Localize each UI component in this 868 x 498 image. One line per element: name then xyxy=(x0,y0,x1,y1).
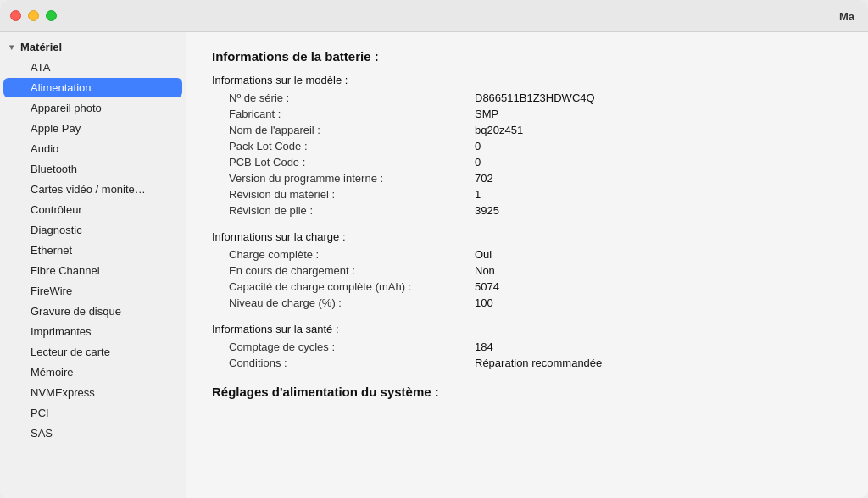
model-rows-container: Nº de série :D866511B1Z3HDWC4QFabricant … xyxy=(212,90,843,219)
sidebar-item-gravure-de-disque[interactable]: Gravure de disque xyxy=(3,302,182,321)
sidebar: ▾ Matériel ATAAlimentationAppareil photo… xyxy=(0,32,186,498)
info-row: En cours de chargement :Non xyxy=(212,263,843,279)
info-value: D866511B1Z3HDWC4Q xyxy=(475,91,595,104)
info-value: 0 xyxy=(475,140,481,152)
sidebar-items-container: ATAAlimentationAppareil photoApple PayAu… xyxy=(0,58,186,443)
info-row: Niveau de charge (%) :100 xyxy=(212,295,843,311)
content-area: ▾ Matériel ATAAlimentationAppareil photo… xyxy=(0,32,868,498)
sidebar-item-alimentation[interactable]: Alimentation xyxy=(3,78,182,97)
info-row: Comptage de cycles :184 xyxy=(212,339,843,355)
info-label: Révision du matériel : xyxy=(229,188,475,201)
sidebar-item-bluetooth[interactable]: Bluetooth xyxy=(3,159,182,179)
info-label: Niveau de charge (%) : xyxy=(229,296,475,309)
sidebar-item-cartes-video[interactable]: Cartes vidéo / monite… xyxy=(3,180,182,199)
info-row: Révision de pile :3925 xyxy=(212,202,843,219)
info-row: Nom de l'appareil :bq20z451 xyxy=(212,122,843,138)
sidebar-item-appareil-photo[interactable]: Appareil photo xyxy=(3,98,182,118)
sidebar-item-imprimantes[interactable]: Imprimantes xyxy=(3,322,182,341)
info-value: 3925 xyxy=(475,204,499,217)
close-button[interactable] xyxy=(10,10,21,21)
minimize-button[interactable] xyxy=(28,10,39,21)
sidebar-item-ata[interactable]: ATA xyxy=(3,58,182,77)
health-group-header: Informations sur la santé : xyxy=(212,323,843,335)
info-row: Capacité de charge complète (mAh) :5074 xyxy=(212,279,843,295)
info-label: Capacité de charge complète (mAh) : xyxy=(229,280,475,293)
info-label: Nom de l'appareil : xyxy=(229,124,475,136)
model-group-header: Informations sur le modèle : xyxy=(212,74,843,86)
sidebar-item-audio[interactable]: Audio xyxy=(3,139,182,158)
charge-info-block: Informations sur la charge : Charge comp… xyxy=(212,230,843,311)
sidebar-item-pci[interactable]: PCI xyxy=(3,403,182,423)
info-value: 0 xyxy=(475,156,481,169)
info-value: 1 xyxy=(475,188,481,201)
info-row: Révision du matériel :1 xyxy=(212,186,843,202)
sidebar-item-lecteur-de-carte[interactable]: Lecteur de carte xyxy=(3,342,182,362)
sidebar-item-firewire[interactable]: FireWire xyxy=(3,281,182,301)
info-label: Version du programme interne : xyxy=(229,172,475,185)
info-row: Charge complète :Oui xyxy=(212,246,843,263)
info-value: Non xyxy=(475,264,495,277)
info-value: 100 xyxy=(475,296,493,309)
window-title: Ma xyxy=(839,9,854,22)
info-label: Charge complète : xyxy=(229,248,475,261)
info-value: 184 xyxy=(475,340,493,353)
info-label: Révision de pile : xyxy=(229,204,475,217)
sidebar-item-controleur[interactable]: Contrôleur xyxy=(3,200,182,219)
model-info-block: Informations sur le modèle : Nº de série… xyxy=(212,74,843,219)
sidebar-item-memoire[interactable]: Mémoire xyxy=(3,362,182,382)
charge-group-header: Informations sur la charge : xyxy=(212,230,843,243)
info-value: 702 xyxy=(475,172,493,185)
info-label: PCB Lot Code : xyxy=(229,156,475,169)
maximize-button[interactable] xyxy=(46,10,57,21)
info-value: bq20z451 xyxy=(475,124,523,136)
info-label: Comptage de cycles : xyxy=(229,340,475,353)
sidebar-section-label: Matériel xyxy=(20,41,62,53)
health-rows-container: Comptage de cycles :184Conditions :Répar… xyxy=(212,339,843,371)
window: Ma ▾ Matériel ATAAlimentationAppareil ph… xyxy=(0,0,868,498)
info-row: Conditions :Réparation recommandée xyxy=(212,355,843,371)
info-value: SMP xyxy=(475,108,498,120)
power-settings-title: Réglages d'alimentation du système : xyxy=(212,385,843,399)
titlebar: Ma xyxy=(0,0,868,32)
health-info-block: Informations sur la santé : Comptage de … xyxy=(212,323,843,371)
info-row: Pack Lot Code :0 xyxy=(212,138,843,154)
sidebar-item-ethernet[interactable]: Ethernet xyxy=(3,241,182,260)
charge-rows-container: Charge complète :OuiEn cours de chargeme… xyxy=(212,246,843,311)
info-label: Fabricant : xyxy=(229,108,475,120)
info-label: Conditions : xyxy=(229,357,475,369)
info-label: En cours de chargement : xyxy=(229,264,475,277)
info-row: Version du programme interne :702 xyxy=(212,170,843,186)
info-value: Réparation recommandée xyxy=(475,357,602,369)
traffic-lights xyxy=(10,10,57,21)
chevron-down-icon: ▾ xyxy=(5,42,17,53)
info-row: PCB Lot Code :0 xyxy=(212,154,843,170)
info-label: Pack Lot Code : xyxy=(229,140,475,152)
main-content: Informations de la batterie : Informatio… xyxy=(186,32,868,498)
info-row: Fabricant :SMP xyxy=(212,106,843,122)
info-value: 5074 xyxy=(475,280,499,293)
sidebar-item-nvmexpress[interactable]: NVMExpress xyxy=(3,383,182,402)
sidebar-item-fibre-channel[interactable]: Fibre Channel xyxy=(3,261,182,280)
info-row: Nº de série :D866511B1Z3HDWC4Q xyxy=(212,90,843,106)
battery-info-title: Informations de la batterie : xyxy=(212,49,843,64)
info-value: Oui xyxy=(475,248,492,261)
sidebar-section-materiel[interactable]: ▾ Matériel xyxy=(0,37,186,57)
sidebar-item-sas[interactable]: SAS xyxy=(3,423,182,443)
info-label: Nº de série : xyxy=(229,91,475,104)
sidebar-item-diagnostic[interactable]: Diagnostic xyxy=(3,220,182,240)
sidebar-item-apple-pay[interactable]: Apple Pay xyxy=(3,119,182,138)
